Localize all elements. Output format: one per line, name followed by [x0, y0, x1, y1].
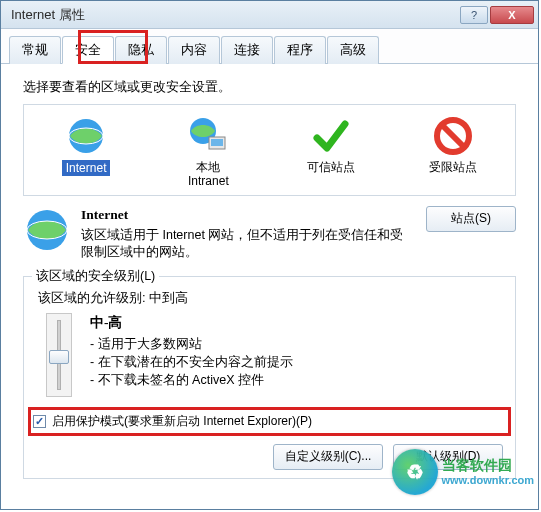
restricted-icon: [432, 115, 474, 157]
slider-thumb[interactable]: [49, 350, 69, 364]
watermark-logo-icon: ♻: [392, 449, 438, 495]
security-level-slider[interactable]: [46, 313, 72, 397]
tab-general[interactable]: 常规: [9, 36, 61, 64]
watermark: ♻ 当客软件园 www.downkr.com: [392, 449, 535, 495]
window-title: Internet 属性: [11, 6, 458, 24]
tab-programs[interactable]: 程序: [274, 36, 326, 64]
titlebar: Internet 属性 ? X: [1, 1, 538, 29]
sites-button[interactable]: 站点(S): [426, 206, 516, 232]
svg-line-6: [442, 125, 464, 147]
custom-level-button[interactable]: 自定义级别(C)...: [273, 444, 383, 470]
zone-desc-heading: Internet: [81, 206, 416, 225]
svg-rect-4: [211, 139, 223, 146]
zone-label-trusted: 可信站点: [307, 160, 355, 174]
tab-privacy[interactable]: 隐私: [115, 36, 167, 64]
zone-restricted[interactable]: 受限站点: [395, 113, 511, 191]
tab-panel-security: 选择要查看的区域或更改安全设置。 Internet 本地 Intranet 可信…: [1, 64, 538, 479]
zone-desc-body: 该区域适用于 Internet 网站，但不适用于列在受信任和受限制区域中的网站。: [81, 227, 416, 262]
zone-label-internet: Internet: [62, 160, 111, 176]
level-bullet-2: - 在下载潜在的不安全内容之前提示: [90, 353, 293, 371]
zone-list: Internet 本地 Intranet 可信站点 受限站点: [23, 104, 516, 196]
watermark-name: 当客软件园: [442, 458, 535, 473]
level-bullet-1: - 适用于大多数网站: [90, 335, 293, 353]
watermark-url: www.downkr.com: [442, 474, 535, 486]
level-bullet-3: - 不下载未签名的 ActiveX 控件: [90, 371, 293, 389]
dialog-window: Internet 属性 ? X 常规 安全 隐私 内容 连接 程序 高级 选择要…: [0, 0, 539, 510]
intranet-icon: [187, 115, 229, 157]
globe-icon: [65, 115, 107, 157]
zone-internet[interactable]: Internet: [28, 113, 144, 191]
protected-mode-label: 启用保护模式(要求重新启动 Internet Explorer)(P): [52, 413, 312, 430]
tab-advanced[interactable]: 高级: [327, 36, 379, 64]
globe-large-icon: [23, 206, 71, 254]
zone-select-label: 选择要查看的区域或更改安全设置。: [23, 78, 516, 96]
zone-description: Internet 该区域适用于 Internet 网站，但不适用于列在受信任和受…: [23, 206, 516, 262]
allowed-levels-label: 该区域的允许级别: 中到高: [38, 289, 503, 307]
protected-mode-row: ✓ 启用保护模式(要求重新启动 Internet Explorer)(P): [28, 407, 511, 436]
security-level-legend: 该区域的安全级别(L): [32, 268, 159, 285]
security-level-description: 中-高 - 适用于大多数网站 - 在下载潜在的不安全内容之前提示 - 不下载未签…: [90, 313, 293, 397]
zone-label-intranet: 本地 Intranet: [188, 160, 229, 189]
check-icon: [310, 115, 352, 157]
close-button[interactable]: X: [490, 6, 534, 24]
tab-content[interactable]: 内容: [168, 36, 220, 64]
zone-intranet[interactable]: 本地 Intranet: [150, 113, 266, 191]
zone-label-restricted: 受限站点: [429, 160, 477, 174]
level-name: 中-高: [90, 313, 293, 333]
zone-trusted[interactable]: 可信站点: [273, 113, 389, 191]
protected-mode-checkbox[interactable]: ✓: [33, 415, 46, 428]
tab-connections[interactable]: 连接: [221, 36, 273, 64]
help-button[interactable]: ?: [460, 6, 488, 24]
tab-security[interactable]: 安全: [62, 36, 114, 64]
tab-strip: 常规 安全 隐私 内容 连接 程序 高级: [1, 29, 538, 64]
